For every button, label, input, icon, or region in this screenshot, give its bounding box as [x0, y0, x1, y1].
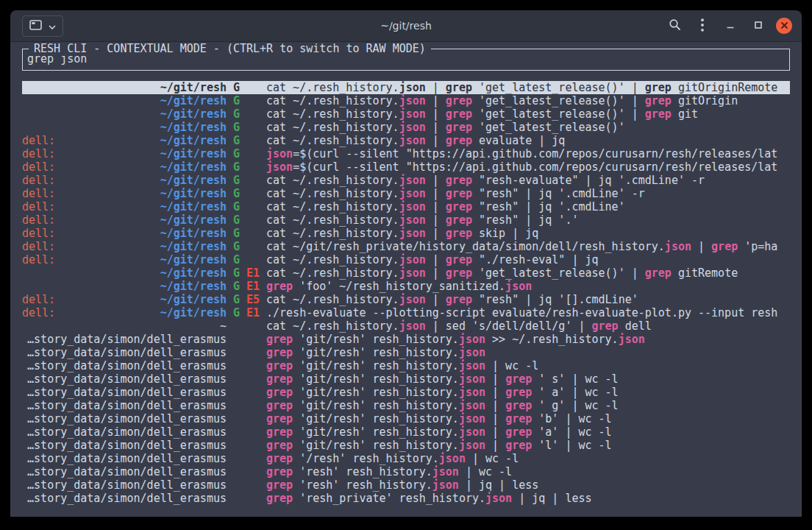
restore-icon [753, 20, 763, 32]
command-fragment: | [426, 121, 446, 134]
match-highlight: grep [592, 319, 619, 333]
git-flag-badge: G [233, 280, 240, 293]
match-highlight: json [399, 174, 426, 187]
command-fragment: 'git/resh' resh_history. [293, 399, 459, 412]
command-fragment: evaluate | jq [472, 134, 565, 147]
command-fragment: 'git/resh' resh_history. [293, 346, 459, 359]
match-highlight: grep [266, 386, 293, 399]
git-flag-badge: G [233, 121, 240, 134]
history-row[interactable]: ~/git/reshGcat ~/.resh_history.json | gr… [22, 121, 790, 134]
match-highlight: json [399, 319, 426, 333]
history-row[interactable]: …story_data/simon/dell_erasmusgrep 'resh… [22, 478, 790, 492]
history-row[interactable]: ~/git/reshG E1grep 'foo' ~/resh_history_… [22, 280, 790, 293]
resh-mode-header: RESH CLI - CONTEXTUAL MODE - (CTRL+R to … [29, 42, 431, 55]
match-highlight: grep [446, 174, 472, 187]
history-row[interactable]: …story_data/simon/dell_erasmusgrep 'git/… [22, 439, 790, 452]
history-row[interactable]: …story_data/simon/dell_erasmusgrep 'git/… [22, 412, 790, 425]
command-fragment: cat ~/.resh_history. [266, 319, 399, 333]
match-highlight: grep [446, 213, 472, 227]
minimize-button[interactable] [720, 15, 741, 36]
match-highlight: json [399, 253, 426, 266]
host-path-cell: …story_data/simon/dell_erasmus [22, 386, 227, 399]
close-button[interactable] [776, 18, 792, 34]
command-fragment: cat ~/.resh_history. [266, 94, 399, 107]
history-row[interactable]: ~/git/reshGcat ~/.resh_history.json | gr… [22, 81, 790, 94]
command-fragment: | [485, 372, 505, 386]
command-text: grep 'git/resh' resh_history.json [266, 346, 790, 359]
history-row[interactable]: dell:~/git/reshGcat ~/.resh_history.json… [22, 187, 790, 200]
history-row[interactable]: ~cat ~/.resh_history.json | sed 's/dell/… [22, 319, 790, 333]
history-row[interactable]: ~/git/reshGcat ~/.resh_history.json | gr… [22, 107, 790, 121]
history-row[interactable]: …story_data/simon/dell_erasmusgrep 'git/… [22, 359, 790, 372]
match-highlight: grep [446, 200, 472, 213]
error-flag-badge: E1 [246, 266, 260, 280]
history-row[interactable]: dell:~/git/reshGjson=$(curl --silent "ht… [22, 147, 790, 160]
history-row[interactable]: dell:~/git/reshGjson=$(curl --silent "ht… [22, 160, 790, 174]
command-fragment: | [426, 174, 446, 187]
history-row[interactable]: dell:~/git/reshGcat ~/.resh_history.json… [22, 227, 790, 240]
path-label: ~/git/resh [22, 280, 227, 293]
host-path-cell: ~/git/resh [22, 81, 227, 94]
path-label: ~/git/resh [55, 306, 227, 319]
host-path-cell: dell:~/git/resh [22, 240, 227, 253]
command-fragment: cat ~/git/resh_private/history_data/simo… [266, 240, 665, 253]
history-row[interactable]: dell:~/git/reshGcat ~/.resh_history.json… [22, 174, 790, 187]
history-row[interactable]: …story_data/simon/dell_erasmusgrep 'git/… [22, 333, 790, 346]
search-button[interactable] [664, 15, 685, 36]
history-row[interactable]: …story_data/simon/dell_erasmusgrep 'git/… [22, 372, 790, 386]
command-fragment: =$(curl --silent "https://api.github.com… [293, 160, 777, 174]
history-row[interactable]: dell:~/git/reshGcat ~/.resh_history.json… [22, 134, 790, 147]
command-fragment: | wc -l [466, 452, 519, 465]
path-label: …story_data/simon/dell_erasmus [22, 492, 227, 505]
command-fragment: cat ~/.resh_history. [266, 227, 399, 240]
restore-button[interactable] [748, 15, 769, 36]
match-highlight: grep [266, 399, 293, 412]
match-highlight: grep [266, 492, 293, 505]
history-row[interactable]: …story_data/simon/dell_erasmusgrep 'git/… [22, 386, 790, 399]
history-row[interactable]: dell:~/git/reshG E5cat ~/.resh_history.j… [22, 293, 790, 306]
match-highlight: json [399, 213, 426, 227]
history-row[interactable]: dell:~/git/reshGcat ~/.resh_history.json… [22, 253, 790, 266]
match-highlight: json [459, 359, 485, 372]
history-row[interactable]: …story_data/simon/dell_erasmusgrep 'resh… [22, 492, 790, 505]
history-row[interactable]: ~/git/reshGcat ~/.resh_history.json | gr… [22, 94, 790, 107]
history-row[interactable]: dell:~/git/reshG E1./resh-evaluate --plo… [22, 306, 790, 319]
match-highlight: json [619, 333, 645, 346]
history-row[interactable]: dell:~/git/reshGcat ~/.resh_history.json… [22, 213, 790, 227]
flags-cell [227, 492, 266, 505]
history-row[interactable]: …story_data/simon/dell_erasmusgrep 'git/… [22, 346, 790, 359]
path-label: ~ [22, 319, 227, 333]
command-text: cat ~/.resh_history.json | grep skip | j… [266, 227, 790, 240]
command-text: cat ~/.resh_history.json | grep 'get_lat… [266, 94, 790, 107]
command-text: cat ~/.resh_history.json | grep "resh" |… [266, 213, 790, 227]
command-fragment: "./resh-eval" | jq [472, 253, 599, 266]
host-path-cell: …story_data/simon/dell_erasmus [22, 333, 227, 346]
command-fragment: ' g' | wc -l [532, 399, 618, 412]
new-terminal-button[interactable] [22, 15, 63, 37]
match-highlight: json [459, 399, 485, 412]
match-highlight: grep [645, 94, 672, 107]
host-label: dell: [22, 147, 55, 160]
menu-button[interactable] [692, 15, 713, 36]
match-highlight: grep [505, 412, 532, 425]
history-row[interactable]: …story_data/simon/dell_erasmusgrep 'git/… [22, 425, 790, 439]
command-fragment: >> ~/.resh_history. [485, 333, 619, 346]
command-fragment: 'get_latest_release()' | [472, 266, 645, 280]
history-row[interactable]: …story_data/simon/dell_erasmusgrep 'git/… [22, 399, 790, 412]
command-fragment: | sed 's/dell/dell/g' | [426, 319, 592, 333]
command-fragment: skip | jq [472, 227, 538, 240]
history-row[interactable]: dell:~/git/reshGcat ~/git/resh_private/h… [22, 240, 790, 253]
history-row[interactable]: …story_data/simon/dell_erasmusgrep '/res… [22, 452, 790, 465]
flags-cell: G [227, 213, 266, 227]
match-highlight: json [399, 94, 426, 107]
command-fragment: | [426, 187, 446, 200]
history-row[interactable]: ~/git/reshG E1cat ~/.resh_history.json |… [22, 266, 790, 280]
host-path-cell: …story_data/simon/dell_erasmus [22, 492, 227, 505]
history-row[interactable]: dell:~/git/reshGcat ~/.resh_history.json… [22, 200, 790, 213]
git-flag-badge: G [233, 94, 240, 107]
match-highlight: grep [505, 399, 532, 412]
history-row[interactable]: …story_data/simon/dell_erasmusgrep 'resh… [22, 465, 790, 478]
command-fragment: | jq | less [459, 478, 538, 492]
command-fragment: | [426, 293, 446, 306]
command-text: cat ~/.resh_history.json | sed 's/dell/d… [266, 319, 790, 333]
